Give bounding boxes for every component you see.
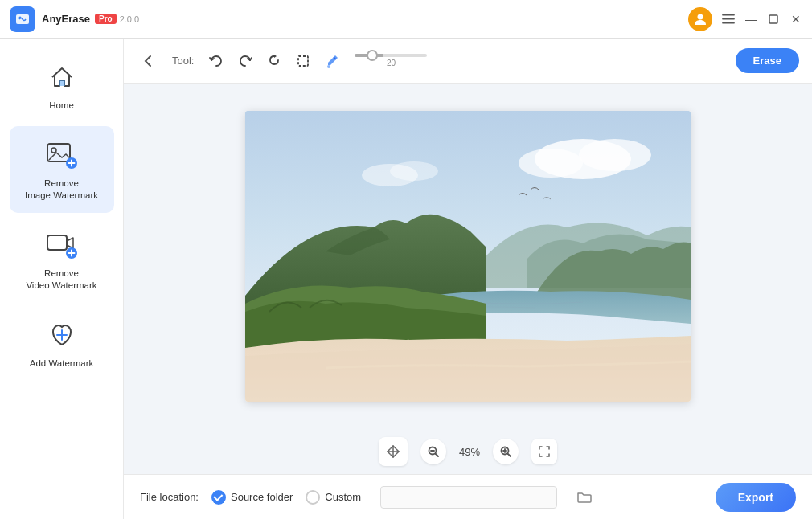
footer: File location: Source folder Custom: [124, 474, 812, 519]
zoom-percent: 49%: [459, 446, 480, 458]
custom-radio[interactable]: [306, 490, 320, 505]
svg-rect-4: [722, 18, 735, 20]
source-folder-radio[interactable]: [211, 490, 226, 505]
brush-size-value: 20: [387, 59, 396, 67]
svg-rect-13: [298, 56, 308, 66]
svg-rect-5: [722, 22, 735, 24]
reset-button[interactable]: [261, 48, 287, 74]
canvas-area: [124, 84, 812, 429]
toolbar-tools: [203, 48, 345, 74]
sidebar-item-remove-video-watermark[interactable]: RemoveVideo Watermark: [10, 216, 114, 303]
sidebar-item-remove-image-watermark[interactable]: RemoveImage Watermark: [10, 126, 114, 213]
svg-rect-6: [769, 15, 777, 23]
app-version: 2.0.0: [120, 14, 139, 24]
close-button[interactable]: ✕: [789, 13, 802, 26]
remove-image-watermark-icon: [44, 137, 80, 173]
bottom-controls: 49%: [124, 429, 812, 474]
title-bar: AnyErase Pro 2.0.0 — ✕: [0, 0, 812, 39]
sidebar-item-add-watermark-label: Add Watermark: [30, 358, 93, 370]
brush-size-control: 20: [355, 54, 427, 67]
custom-path-input[interactable]: [380, 486, 557, 509]
content-area: Tool:: [124, 39, 812, 519]
main-layout: Home RemoveImage Watermark: [0, 39, 812, 519]
radio-group: Source folder Custom: [211, 486, 596, 509]
avatar-button[interactable]: [688, 7, 712, 31]
brush-tool-button[interactable]: [319, 48, 345, 74]
source-folder-label: Source folder: [231, 491, 293, 503]
export-button[interactable]: Export: [716, 483, 796, 512]
select-tool-button[interactable]: [290, 48, 316, 74]
toolbar: Tool:: [124, 39, 812, 84]
redo-button[interactable]: [232, 48, 258, 74]
image-container: [245, 111, 691, 402]
svg-point-9: [51, 148, 56, 153]
zoom-in-button[interactable]: [493, 439, 519, 464]
brush-size-slider[interactable]: [355, 54, 427, 57]
sidebar-item-home[interactable]: Home: [10, 48, 114, 123]
landscape-image: [245, 111, 691, 402]
svg-point-17: [579, 139, 651, 171]
tool-label: Tool:: [172, 55, 194, 67]
sidebar-item-remove-image-label: RemoveImage Watermark: [25, 178, 98, 202]
remove-video-watermark-icon: [44, 227, 80, 263]
svg-point-20: [390, 161, 438, 181]
maximize-button[interactable]: [767, 13, 780, 26]
title-bar-controls: — ✕: [688, 7, 802, 31]
svg-point-18: [519, 149, 583, 178]
sidebar-item-remove-video-label: RemoveVideo Watermark: [26, 268, 96, 292]
svg-rect-7: [59, 80, 65, 86]
home-icon: [44, 59, 80, 95]
app-logo: [10, 6, 35, 32]
sidebar-item-add-watermark[interactable]: Add Watermark: [10, 306, 114, 381]
minimize-button[interactable]: —: [744, 13, 757, 26]
browse-folder-button[interactable]: [573, 486, 596, 509]
sidebar: Home RemoveImage Watermark: [0, 39, 124, 519]
svg-rect-11: [47, 235, 67, 250]
svg-point-14: [327, 65, 330, 68]
add-watermark-icon: [44, 317, 80, 353]
svg-rect-3: [722, 14, 735, 16]
svg-point-2: [698, 14, 703, 19]
erase-button[interactable]: Erase: [736, 48, 799, 73]
pro-badge: Pro: [95, 14, 117, 24]
menu-button[interactable]: [722, 13, 735, 26]
svg-point-1: [19, 16, 22, 18]
undo-button[interactable]: [203, 48, 229, 74]
file-location-label: File location:: [140, 491, 199, 503]
zoom-out-button[interactable]: [420, 439, 446, 464]
app-name: AnyErase: [42, 13, 90, 25]
custom-label: Custom: [325, 491, 361, 503]
back-button[interactable]: [137, 50, 159, 72]
fullscreen-button[interactable]: [531, 439, 557, 464]
source-folder-option[interactable]: Source folder: [211, 490, 293, 505]
sidebar-item-home-label: Home: [49, 100, 74, 112]
custom-option[interactable]: Custom: [306, 490, 361, 505]
pan-tool-button[interactable]: [379, 437, 408, 466]
